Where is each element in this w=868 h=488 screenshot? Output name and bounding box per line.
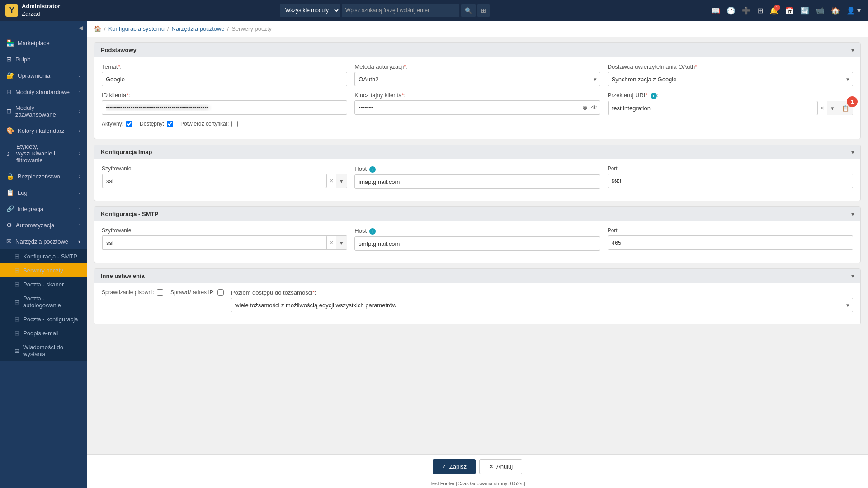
sidebar-item-integracja[interactable]: 🔗 Integracja ›: [0, 201, 87, 217]
grid-view-button[interactable]: ⊞: [477, 4, 490, 17]
logi-icon: 📋: [6, 189, 14, 196]
sidebar-item-moduly-std[interactable]: ⊟ Moduły standardowe ›: [0, 84, 87, 100]
sidebar-item-automatyzacja[interactable]: ⚙ Automatyzacja ›: [0, 217, 87, 233]
aktywny-row: Aktywny:: [102, 121, 132, 127]
dostawca-select[interactable]: Synchronizacja z Google: [608, 72, 853, 86]
sidebar-item-etykiety[interactable]: 🏷 Etykiety, wyszukiwanie i filtrowanie ›: [0, 139, 87, 168]
user-info: Administrator Zarząd: [22, 3, 60, 18]
calendar-icon-btn[interactable]: 📅: [783, 5, 796, 17]
bezp-icon: 🔒: [6, 173, 14, 180]
temat-input[interactable]: [102, 72, 347, 86]
sidebar-item-pulpit[interactable]: ⊞ Pulpit: [0, 51, 87, 67]
section-smtp-header[interactable]: Konfiguracja - SMTP ▾: [94, 207, 860, 221]
smtp-sub-icon: ⊟: [14, 253, 19, 260]
sidebar-collapse-btn[interactable]: ◀: [0, 21, 87, 35]
imap-form-row: Szyfrowanie: × ▾ Host i: [102, 165, 853, 189]
section-imap-body: Szyfrowanie: × ▾ Host i: [94, 159, 860, 201]
main-content: 🏠 / Konfiguracja systemu / Narzędzia poc…: [87, 21, 868, 488]
id-klienta-input[interactable]: [102, 100, 347, 115]
smtp-szyf-arrow-btn[interactable]: ▾: [336, 236, 347, 249]
pisownia-row: Sprawdzanie pisowni:: [102, 289, 163, 296]
home-icon-btn[interactable]: 🏠: [829, 5, 842, 17]
breadcrumb-narzedzia[interactable]: Narzędzia pocztowe: [172, 25, 225, 32]
metoda-select[interactable]: OAuth2: [354, 72, 600, 86]
field-metoda: Metoda autoryzacji*: OAuth2: [354, 63, 600, 86]
smtp-szyf-clear-btn[interactable]: ×: [327, 239, 336, 246]
book-icon-btn[interactable]: 📖: [709, 5, 722, 17]
redirect-clear-btn[interactable]: ×: [818, 104, 827, 112]
sidebar-item-uprawnienia[interactable]: 🔐 Uprawnienia ›: [0, 67, 87, 84]
serwery-sub-icon: ⊟: [14, 267, 19, 274]
sidebar-sub-poczta-skaner[interactable]: ⊟ Poczta - skaner: [0, 277, 87, 291]
smtp-port-input[interactable]: [608, 235, 853, 250]
sidebar-sub-konfiguracja-smtp[interactable]: ⊟ Konfiguracja - SMTP: [0, 249, 87, 263]
sidebar-item-marketplace[interactable]: 🏪 Marketplace: [0, 35, 87, 51]
field-poziom-dostepu: Poziom dostępu do tożsamości*: wiele toż…: [231, 289, 853, 312]
aktywny-checkbox[interactable]: [126, 121, 132, 127]
video-icon-btn[interactable]: 📹: [814, 5, 826, 17]
clock-icon-btn[interactable]: 🕐: [725, 5, 737, 17]
sidebar-sub-poczta-konfiguracja[interactable]: ⊟ Poczta - konfiguracja: [0, 312, 87, 326]
redirect-arrow-btn[interactable]: ▾: [827, 101, 838, 115]
section-podstawowy-header[interactable]: Podstawowy ▾: [94, 43, 860, 57]
bell-icon-btn[interactable]: 🔔 1: [768, 5, 780, 17]
sidebar-sub-serwery-poczty[interactable]: ⊟ Serwery poczty: [0, 263, 87, 277]
section-inne-header[interactable]: Inne ustawienia ▾: [94, 269, 860, 283]
sidebar-item-narzedzia[interactable]: ✉ Narzędzia pocztowe ▾: [0, 233, 87, 249]
imap-szyf-arrow-btn[interactable]: ▾: [336, 174, 347, 188]
refresh-icon-btn[interactable]: 🔄: [798, 5, 811, 17]
marketplace-icon: 🏪: [6, 39, 14, 47]
grid-icon-btn[interactable]: ⊞: [755, 5, 765, 17]
imap-host-input[interactable]: [354, 174, 600, 189]
smtp-szyfrowanie-wrap: × ▾: [102, 235, 347, 250]
imap-port-input[interactable]: [608, 174, 853, 188]
dostepny-checkbox[interactable]: [167, 121, 173, 127]
pisownia-checkbox[interactable]: [157, 289, 163, 296]
chevron-down-icon: ▾: [851, 47, 854, 53]
sidebar-sub-wiadomosci[interactable]: ⊟ Wiadomości do wysłania: [0, 340, 87, 361]
cancel-button[interactable]: ✕ Anuluj: [479, 459, 522, 474]
add-icon-btn[interactable]: ➕: [740, 5, 753, 17]
pw-clear-btn[interactable]: ⊗: [581, 103, 589, 112]
sidebar-sub-podpis-email[interactable]: ⊟ Podpis e-mail: [0, 326, 87, 340]
sidebar-item-moduly-zaaw[interactable]: ⊡ Moduły zaawansowane ›: [0, 100, 87, 122]
imap-szyf-clear-btn[interactable]: ×: [327, 177, 336, 184]
imap-chevron-icon: ▾: [851, 149, 854, 155]
sidebar-item-kolory[interactable]: 🎨 Kolory i kalendarz ›: [0, 122, 87, 139]
breadcrumb: 🏠 / Konfiguracja systemu / Narzędzia poc…: [87, 21, 868, 37]
redirect-uri-input[interactable]: [608, 101, 818, 115]
topbar-icons: 📖 🕐 ➕ ⊞ 🔔 1 📅 🔄 📹 🏠 👤 ▾: [709, 5, 863, 17]
user-menu-btn[interactable]: 👤 ▾: [844, 5, 863, 17]
smtp-host-input[interactable]: [354, 236, 600, 251]
adres-checkbox[interactable]: [217, 289, 224, 296]
redirect-container: × ▾ 📋 1: [608, 101, 853, 115]
field-aktywny: Aktywny:: [102, 121, 132, 127]
potwierdz-checkbox[interactable]: [231, 121, 238, 127]
save-check-icon: ✓: [442, 463, 447, 470]
poczta-konf-sub-icon: ⊟: [14, 316, 19, 323]
sidebar: ◀ 🏪 Marketplace ⊞ Pulpit 🔐 Uprawnienia ›…: [0, 21, 87, 488]
pulpit-icon: ⊞: [6, 56, 12, 63]
dostawca-select-wrap: Synchronizacja z Google: [608, 72, 853, 86]
section-imap-header[interactable]: Konfiguracja Imap ▾: [94, 145, 860, 159]
section-smtp-body: Szyfrowanie: × ▾ Host i: [94, 221, 860, 263]
search-button[interactable]: 🔍: [461, 4, 476, 17]
imap-szyfrowanie-input[interactable]: [102, 174, 327, 188]
skaner-sub-icon: ⊟: [14, 281, 19, 288]
save-button[interactable]: ✓ Zapisz: [433, 459, 476, 474]
smtp-szyfrowanie-input[interactable]: [102, 235, 327, 250]
breadcrumb-konfiguracja[interactable]: Konfiguracja systemu: [108, 25, 165, 32]
klucz-input[interactable]: [354, 100, 600, 115]
poziom-select[interactable]: wiele tożsamości z możliwością edycji ws…: [231, 298, 853, 312]
imap-szyfrowanie-wrap: × ▾: [102, 174, 347, 188]
sidebar-item-logi[interactable]: 📋 Logi ›: [0, 184, 87, 201]
modules-dropdown[interactable]: Wszystkie moduły: [280, 4, 340, 17]
pw-show-btn[interactable]: 👁: [590, 103, 599, 112]
field-dostawca: Dostawca uwierzytelniania OAuth*: Synchr…: [608, 63, 853, 86]
inne-chevron-icon: ▾: [851, 273, 854, 279]
sidebar-item-bezpieczenstwo[interactable]: 🔒 Bezpieczeństwo ›: [0, 168, 87, 184]
sidebar-sub-poczta-autologowanie[interactable]: ⊟ Poczta - autologowanie: [0, 291, 87, 312]
section-inne: Inne ustawienia ▾ Sprawdzanie pisowni:: [94, 268, 861, 324]
badge-1: 1: [847, 96, 858, 107]
search-input[interactable]: [342, 4, 459, 17]
